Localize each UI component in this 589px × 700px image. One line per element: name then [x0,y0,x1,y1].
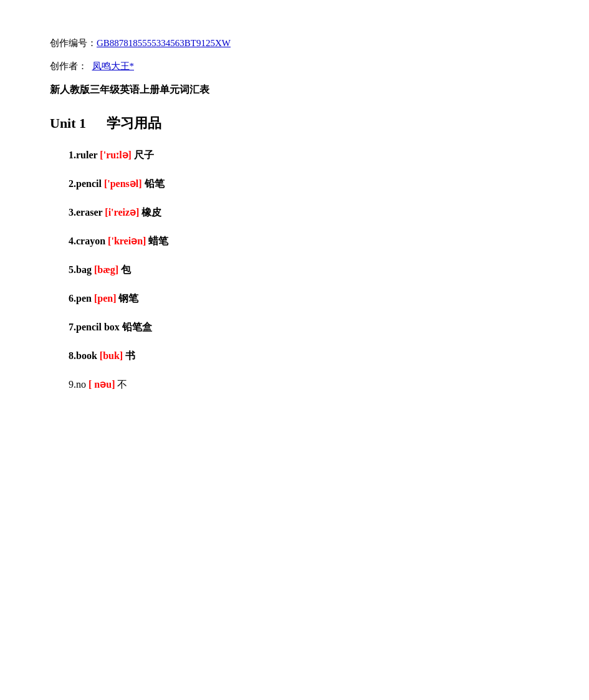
list-item: 2.pencil ['pensəl] 铅笔 [69,176,539,191]
list-item: 8.book [buk] 书 [69,348,539,363]
list-item: 7.pencil box 铅笔盒 [69,320,539,335]
list-item: 9.no [ nəu] 不 [69,377,539,392]
item-chinese: 橡皮 [139,207,161,218]
vocab-list: 1.ruler ['ruːlə] 尺子 2.pencil ['pensəl] 铅… [50,148,539,392]
item-phonetic: [pen] [94,293,117,304]
list-item: 5.bag [bæg] 包 [69,262,539,277]
doc-title: 新人教版三年级英语上册单元词汇表 [50,84,539,97]
item-number-word: 9.no [69,379,89,390]
item-phonetic: [bæg] [94,264,118,275]
item-number-word: 2.pencil [69,178,104,189]
unit-header: Unit 1 学习用品 [50,114,539,133]
item-phonetic: ['pensəl] [104,178,142,189]
item-chinese: 铅笔 [142,178,165,189]
item-chinese: 不 [115,379,127,390]
meta-section: 创作编号：GB8878185555334563BT9125XW 创作者： 凤鸣大… [50,37,539,72]
item-number-word: 1.ruler [69,150,100,160]
item-chinese: 书 [123,350,135,361]
creation-id-value: GB8878185555334563BT9125XW [97,38,231,48]
author-line: 创作者： 凤鸣大王* [50,60,539,72]
item-chinese: 尺子 [132,150,154,160]
item-phonetic: [ nəu] [89,379,115,390]
item-phonetic: ['kreiən] [108,236,146,246]
item-phonetic: [buk] [100,350,123,361]
item-number-word: 4.crayon [69,236,108,246]
list-item: 6.pen [pen] 钢笔 [69,291,539,306]
unit-title: 学习用品 [107,115,161,131]
list-item: 4.crayon ['kreiən] 蜡笔 [69,234,539,249]
author-label: 创作者： [50,61,87,71]
item-number-word: 3.eraser [69,207,105,218]
item-chinese: 包 [118,264,131,275]
author-name: 凤鸣大王* [92,61,135,71]
item-number-word: 5.bag [69,264,94,275]
item-phonetic: [i'reizə] [105,207,139,218]
item-number-word: 7.pencil box 铅笔盒 [69,322,152,332]
item-chinese: 钢笔 [116,293,138,304]
item-number-word: 6.pen [69,293,94,304]
item-number-word: 8.book [69,350,100,361]
item-phonetic: ['ruːlə] [100,150,132,160]
list-item: 3.eraser [i'reizə] 橡皮 [69,205,539,220]
item-chinese: 蜡笔 [146,236,168,246]
unit-label: Unit 1 [50,115,86,131]
creation-id-line: 创作编号：GB8878185555334563BT9125XW [50,37,539,49]
creation-id-label: 创作编号： [50,38,97,48]
list-item: 1.ruler ['ruːlə] 尺子 [69,148,539,163]
document-container: 创作编号：GB8878185555334563BT9125XW 创作者： 凤鸣大… [50,37,539,392]
